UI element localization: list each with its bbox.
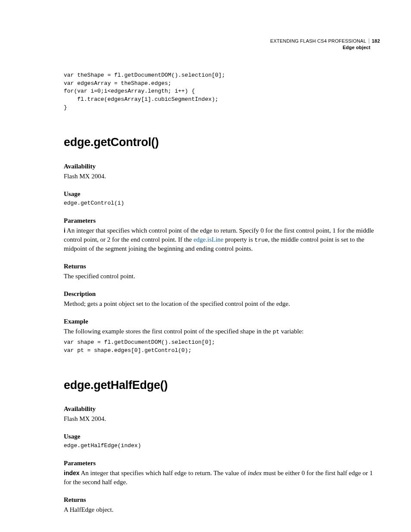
usage-label: Usage <box>64 190 380 199</box>
usage-label-2: Usage <box>64 432 380 441</box>
parameter-index-description: index An integer that specifies which ha… <box>64 469 380 487</box>
example-code-block: var shape = fl.getDocumentDOM().selectio… <box>64 339 380 355</box>
method-title-gethalfedge: edge.getHalfEdge() <box>64 377 380 394</box>
inline-code-pt: pt <box>273 329 280 335</box>
availability-text-2: Flash MX 2004. <box>64 414 380 423</box>
method-title-getcontrol: edge.getControl() <box>64 134 380 151</box>
availability-label-2: Availability <box>64 404 380 414</box>
link-edge-isline[interactable]: edge.isLine <box>193 236 224 243</box>
param2-text-1: An integer that specifies which half edg… <box>80 470 248 476</box>
example-text-before: The following example stores the first c… <box>64 328 273 335</box>
parameters-label-2: Parameters <box>64 459 380 468</box>
availability-label: Availability <box>64 162 380 171</box>
example-label: Example <box>64 317 380 326</box>
usage-code-2: edge.getHalfEdge(index) <box>64 442 380 450</box>
top-code-block: var theShape = fl.getDocumentDOM().selec… <box>64 72 380 112</box>
param-name-index: index <box>64 470 80 476</box>
description-label: Description <box>64 289 380 299</box>
availability-text: Flash MX 2004. <box>64 172 380 181</box>
param2-ital: index <box>248 470 262 476</box>
returns-text: The specified control point. <box>64 272 380 281</box>
returns-label: Returns <box>64 262 380 271</box>
usage-code: edge.getControl(i) <box>64 199 380 208</box>
header-book-title: EXTENDING FLASH CS4 PROFESSIONAL <box>270 38 366 44</box>
example-text-after: variable: <box>279 328 303 335</box>
parameters-label: Parameters <box>64 216 380 225</box>
inline-code-true: true <box>255 237 268 243</box>
description-text: Method; gets a point object set to the l… <box>64 299 380 308</box>
parameter-i-description: i An integer that specifies which contro… <box>64 226 380 253</box>
page-container: EXTENDING FLASH CS4 PROFESSIONAL182 Edge… <box>0 0 411 532</box>
example-intro: The following example stores the first c… <box>64 327 380 336</box>
page-number: 182 <box>369 38 380 44</box>
header-section: Edge object <box>64 44 380 51</box>
param-text-2: property is <box>224 236 255 243</box>
returns-text-2: A HalfEdge object. <box>64 505 380 514</box>
returns-label-2: Returns <box>64 495 380 504</box>
running-header: EXTENDING FLASH CS4 PROFESSIONAL182 Edge… <box>64 38 380 51</box>
